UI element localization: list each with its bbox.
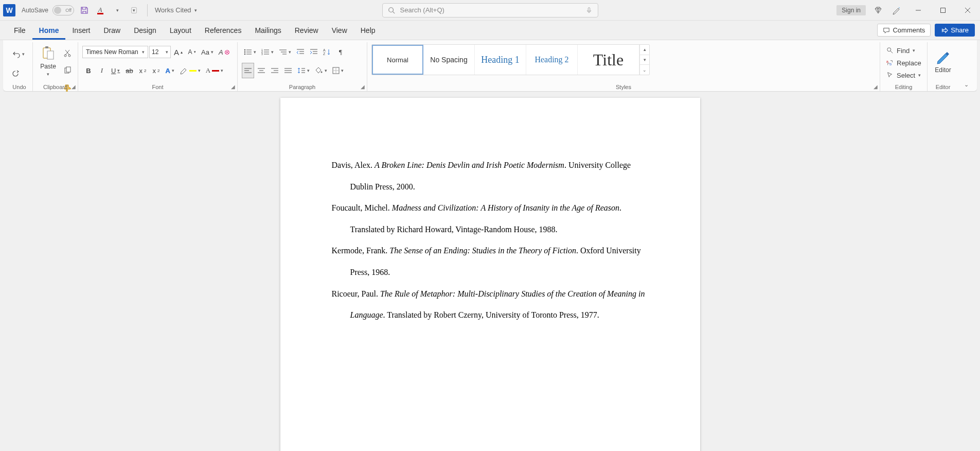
group-label-font: Font xyxy=(78,84,237,90)
superscript-button[interactable]: x2 xyxy=(150,63,162,78)
align-left-button[interactable] xyxy=(242,63,254,78)
entry-author: Kermode, Frank. xyxy=(332,246,388,255)
borders-button[interactable]: ▾ xyxy=(330,63,346,78)
font-color-button[interactable]: A▾ xyxy=(204,63,225,78)
close-button[interactable] xyxy=(958,3,977,18)
minimize-button[interactable] xyxy=(909,3,928,18)
copy-button[interactable] xyxy=(61,63,74,78)
qat-customize-dropdown[interactable]: ▾ xyxy=(128,4,140,16)
paste-label: Paste xyxy=(40,63,56,70)
font-color-qat[interactable]: A xyxy=(95,4,107,16)
citation-entry[interactable]: Kermode, Frank. The Sense of an Ending: … xyxy=(332,240,649,283)
citation-entry[interactable]: Ricoeur, Paul. The Rule of Metaphor: Mul… xyxy=(332,283,649,326)
justify-button[interactable] xyxy=(282,63,294,78)
underline-button[interactable]: U▾ xyxy=(109,63,122,78)
group-label-editing: Editing xyxy=(880,84,927,90)
sign-in-button[interactable]: Sign in xyxy=(836,5,866,15)
mic-icon[interactable] xyxy=(585,7,593,14)
subscript-button[interactable]: x2 xyxy=(136,63,149,78)
find-button[interactable]: Find▾ xyxy=(884,44,917,57)
entry-tail: . Translated by Robert Czerny, Universit… xyxy=(383,310,599,319)
increase-indent-button[interactable] xyxy=(308,44,320,60)
share-button[interactable]: Share xyxy=(935,24,975,37)
collapse-ribbon-button[interactable]: ⌄ xyxy=(958,42,974,91)
shrink-font-button[interactable]: A▾ xyxy=(186,44,198,60)
shading-button[interactable]: ▾ xyxy=(313,63,329,78)
change-case-button[interactable]: Aa▾ xyxy=(199,44,216,60)
tab-references[interactable]: References xyxy=(198,22,248,40)
clipboard-launcher[interactable]: ◢ xyxy=(72,84,76,90)
redo-button[interactable] xyxy=(10,66,23,81)
select-button[interactable]: Select▾ xyxy=(884,69,923,81)
search-icon xyxy=(388,7,395,14)
citation-entry[interactable]: Foucault, Michel. Madness and Civilizati… xyxy=(332,197,649,240)
maximize-button[interactable] xyxy=(934,3,952,18)
cut-button[interactable] xyxy=(61,45,74,61)
tab-insert[interactable]: Insert xyxy=(65,22,97,40)
clear-format-button[interactable]: A⨂ xyxy=(217,44,231,60)
entry-author: Davis, Alex. xyxy=(332,161,373,169)
citation-entry[interactable]: Davis, Alex. A Broken Line: Denis Devlin… xyxy=(332,154,649,197)
svg-point-52 xyxy=(321,72,323,73)
document-canvas[interactable]: Davis, Alex. A Broken Line: Denis Devlin… xyxy=(0,92,980,451)
styles-scroll-up[interactable]: ▴ xyxy=(640,45,649,55)
tab-file[interactable]: File xyxy=(7,22,32,40)
tab-view[interactable]: View xyxy=(325,22,354,40)
bullets-button[interactable]: ▾ xyxy=(242,44,258,60)
style-normal[interactable]: Normal xyxy=(372,45,423,75)
font-launcher[interactable]: ◢ xyxy=(231,84,235,90)
style-heading-1[interactable]: Heading 1 xyxy=(475,45,526,75)
editor-button[interactable]: Editor xyxy=(932,43,954,79)
tab-help[interactable]: Help xyxy=(354,22,382,40)
styles-scroll-down[interactable]: ▾ xyxy=(640,55,649,65)
font-size-value: 12 xyxy=(152,48,158,56)
styles-launcher[interactable]: ◢ xyxy=(874,84,878,90)
search-input[interactable]: Search (Alt+Q) xyxy=(382,3,598,18)
comments-button[interactable]: Comments xyxy=(877,24,931,37)
strikethrough-button[interactable]: ab xyxy=(123,63,135,78)
grow-font-button[interactable]: A▴ xyxy=(172,44,185,60)
style-title[interactable]: Title xyxy=(578,45,639,75)
style-no-spacing[interactable]: No Spacing xyxy=(423,45,475,75)
separator xyxy=(147,4,148,16)
align-center-button[interactable] xyxy=(255,63,268,78)
show-marks-button[interactable]: ¶ xyxy=(334,44,347,60)
tab-home[interactable]: Home xyxy=(32,22,66,40)
tab-layout[interactable]: Layout xyxy=(163,22,198,40)
tab-design[interactable]: Design xyxy=(127,22,163,40)
line-spacing-button[interactable]: ▾ xyxy=(295,63,312,78)
svg-rect-4 xyxy=(588,7,590,11)
replace-button[interactable]: abReplace xyxy=(884,57,923,69)
text-effects-button[interactable]: A▾ xyxy=(163,63,176,78)
tab-mailings[interactable]: Mailings xyxy=(248,22,288,40)
multilevel-list-button[interactable]: ▾ xyxy=(277,44,293,60)
highlight-button[interactable]: ▾ xyxy=(177,63,203,78)
sort-button[interactable]: AZ xyxy=(321,44,333,60)
styles-expand[interactable]: ⌄ xyxy=(640,65,649,75)
align-right-button[interactable] xyxy=(269,63,281,78)
ribbon: ▾ Undo Paste▾ Clipboard ◢ Times New Roma… xyxy=(3,40,977,92)
tab-draw[interactable]: Draw xyxy=(97,22,127,40)
font-size-select[interactable]: 12▾ xyxy=(149,46,171,58)
paragraph-launcher[interactable]: ◢ xyxy=(361,84,365,90)
numbering-button[interactable]: 123▾ xyxy=(259,44,276,60)
undo-button[interactable]: ▾ xyxy=(10,46,27,62)
save-icon[interactable] xyxy=(78,4,91,16)
svg-rect-13 xyxy=(66,67,70,72)
font-color-qat-dropdown[interactable]: ▾ xyxy=(111,4,123,16)
font-name-select[interactable]: Times New Roman▾ xyxy=(82,46,148,58)
tab-review[interactable]: Review xyxy=(288,22,325,40)
svg-rect-8 xyxy=(45,46,48,48)
pen-icon[interactable] xyxy=(890,4,903,16)
italic-button[interactable]: I xyxy=(96,63,108,78)
paste-button[interactable]: Paste▾ xyxy=(37,43,59,79)
decrease-indent-button[interactable] xyxy=(294,44,307,60)
replace-label: Replace xyxy=(897,59,921,67)
diamond-icon[interactable] xyxy=(872,4,884,16)
document-title[interactable]: Works Cited▾ xyxy=(155,6,197,14)
style-heading-2[interactable]: Heading 2 xyxy=(526,45,578,75)
bold-button[interactable]: B xyxy=(82,63,95,78)
page[interactable]: Davis, Alex. A Broken Line: Denis Devlin… xyxy=(280,98,700,451)
autosave-toggle[interactable]: Off xyxy=(52,5,74,15)
svg-point-14 xyxy=(244,49,246,51)
